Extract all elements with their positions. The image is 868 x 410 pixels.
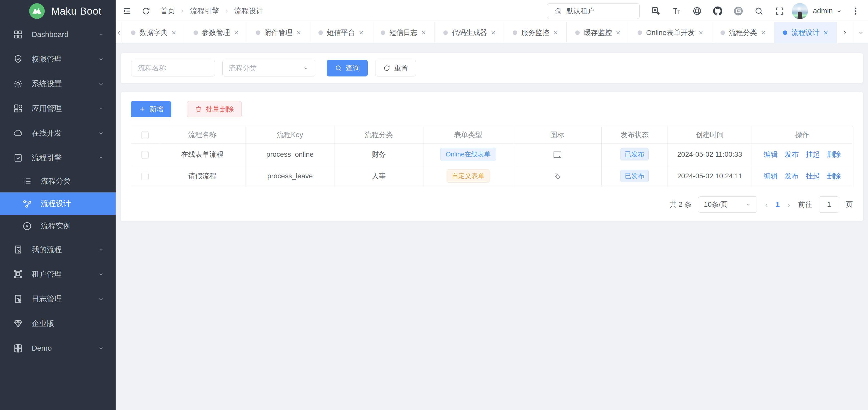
- row-checkbox[interactable]: [141, 151, 149, 158]
- sidebar-item-label: 应用管理: [32, 104, 97, 114]
- tab-process-category[interactable]: 流程分类×: [712, 22, 775, 43]
- pager: ‹ 1 ›: [765, 200, 790, 209]
- close-icon[interactable]: ×: [491, 29, 496, 36]
- tab-dot: [443, 30, 448, 35]
- sidebar-item-label: 在线开发: [32, 128, 97, 138]
- sidebar-item-workflow-engine[interactable]: 流程引擎: [0, 145, 116, 170]
- close-icon[interactable]: ×: [297, 29, 301, 36]
- edit-link[interactable]: 编辑: [764, 150, 778, 159]
- sidebar-item-system-settings[interactable]: 系统设置: [0, 71, 116, 96]
- close-icon[interactable]: ×: [699, 29, 703, 36]
- sidebar-item-tenant-management[interactable]: 租户管理: [0, 262, 116, 287]
- sidebar-item-app-management[interactable]: 应用管理: [0, 96, 116, 121]
- tab-param-management[interactable]: 参数管理×: [185, 22, 248, 43]
- row-checkbox[interactable]: [141, 173, 149, 180]
- search-form-card: 流程分类 查询 重置: [121, 53, 863, 83]
- close-icon[interactable]: ×: [553, 29, 558, 36]
- user-name[interactable]: admin: [813, 7, 833, 15]
- close-icon[interactable]: ×: [616, 29, 620, 36]
- breadcrumb-workflow-engine[interactable]: 流程引擎: [190, 6, 219, 16]
- publish-link[interactable]: 发布: [785, 150, 799, 159]
- refresh-icon[interactable]: [141, 6, 151, 16]
- kebab-menu-icon[interactable]: [851, 6, 861, 16]
- tab-data-dictionary[interactable]: 数据字典×: [122, 22, 185, 43]
- suspend-link[interactable]: 挂起: [806, 171, 820, 181]
- tab-cache-monitor[interactable]: 缓存监控×: [567, 22, 629, 43]
- sidebar-item-dashboard[interactable]: Dashboard: [0, 22, 116, 47]
- sidebar-item-process-design[interactable]: 流程设计: [0, 193, 116, 215]
- tab-dot: [720, 30, 725, 35]
- gitee-icon[interactable]: [734, 6, 743, 16]
- user-avatar[interactable]: [792, 3, 808, 19]
- select-all-checkbox[interactable]: [141, 131, 149, 139]
- edit-link[interactable]: 编辑: [764, 171, 778, 181]
- process-category-select[interactable]: 流程分类: [222, 60, 315, 77]
- suspend-link[interactable]: 挂起: [806, 150, 820, 159]
- collapse-sidebar-icon[interactable]: [122, 6, 132, 16]
- sidebar-item-demo[interactable]: Demo: [0, 336, 116, 360]
- table-header-row: 流程名称 流程Key 流程分类 表单类型 图标 发布状态 创建时间 操作: [131, 126, 853, 144]
- fullscreen-icon[interactable]: [775, 6, 784, 16]
- search-icon[interactable]: [754, 6, 764, 16]
- col-process-name: 流程名称: [159, 126, 246, 144]
- tab-attachment-management[interactable]: 附件管理×: [247, 22, 310, 43]
- grid-demo-icon: [13, 343, 23, 353]
- tab-service-monitor[interactable]: 服务监控×: [504, 22, 567, 43]
- publish-link[interactable]: 发布: [785, 171, 799, 181]
- form-type-badge: 自定义表单: [446, 169, 490, 183]
- batch-delete-button[interactable]: 批量删除: [187, 101, 242, 117]
- sidebar-item-process-instance[interactable]: 流程实例: [0, 215, 116, 237]
- query-button[interactable]: 查询: [327, 60, 368, 77]
- breadcrumb-home[interactable]: 首页: [160, 6, 175, 16]
- sidebar-item-label: Dashboard: [32, 30, 97, 39]
- close-icon[interactable]: ×: [422, 29, 426, 36]
- page-size-select[interactable]: 10条/页: [698, 197, 757, 212]
- font-size-icon[interactable]: [672, 6, 681, 16]
- next-page-icon[interactable]: ›: [787, 200, 790, 209]
- sidebar-item-online-dev[interactable]: 在线开发: [0, 121, 116, 145]
- process-name-input[interactable]: [131, 60, 215, 77]
- sidebar-item-log-management[interactable]: 日志管理: [0, 287, 116, 311]
- delete-link[interactable]: 删除: [827, 150, 841, 159]
- sidebar-item-label: 流程引擎: [32, 153, 97, 163]
- pagination-total: 共 2 条: [670, 200, 691, 209]
- tab-code-generator[interactable]: 代码生成器×: [435, 22, 504, 43]
- tab-sms-platform[interactable]: 短信平台×: [310, 22, 372, 43]
- close-icon[interactable]: ×: [172, 29, 176, 36]
- flow-nodes-icon: [22, 199, 32, 209]
- prev-page-icon[interactable]: ‹: [765, 200, 768, 209]
- translate-icon[interactable]: [651, 6, 661, 16]
- tab-scroll-right-icon[interactable]: [837, 22, 853, 43]
- tab-online-form-dev[interactable]: Online表单开发×: [629, 22, 712, 43]
- sidebar-item-process-category[interactable]: 流程分类: [0, 170, 116, 193]
- sidebar-item-my-workflow[interactable]: 我的流程: [0, 237, 116, 262]
- delete-link[interactable]: 删除: [827, 171, 841, 181]
- add-button[interactable]: 新增: [131, 101, 172, 117]
- chevron-down-icon: [97, 31, 104, 38]
- pagination: 共 2 条 10条/页 ‹ 1 › 前往 页: [131, 197, 853, 212]
- tab-bar-controls: [837, 22, 868, 43]
- tab-scroll-left-icon[interactable]: [116, 22, 122, 43]
- chevron-down-icon[interactable]: [836, 8, 842, 14]
- plus-icon: [138, 106, 146, 113]
- current-page[interactable]: 1: [776, 200, 780, 209]
- reset-button[interactable]: 重置: [375, 60, 416, 77]
- tab-dot: [131, 30, 135, 35]
- github-icon[interactable]: [713, 6, 722, 16]
- close-icon[interactable]: ×: [761, 29, 766, 36]
- form-type-badge: Online在线表单: [440, 148, 496, 161]
- goto-page-input[interactable]: [819, 197, 839, 212]
- tenant-select[interactable]: 默认租户: [547, 3, 640, 19]
- close-icon[interactable]: ×: [234, 29, 239, 36]
- sidebar-item-enterprise[interactable]: 企业版: [0, 311, 116, 336]
- tab-dot: [513, 30, 517, 35]
- sidebar-item-permissions[interactable]: 权限管理: [0, 47, 116, 71]
- globe-icon[interactable]: [692, 6, 702, 16]
- close-icon[interactable]: ×: [359, 29, 364, 36]
- tab-process-design[interactable]: 流程设计×: [774, 22, 837, 43]
- tab-sms-log[interactable]: 短信日志×: [372, 22, 435, 43]
- grid-icon: [13, 29, 23, 39]
- col-icon: 图标: [513, 126, 601, 144]
- tab-dropdown-icon[interactable]: [853, 22, 868, 43]
- close-icon[interactable]: ×: [824, 29, 828, 36]
